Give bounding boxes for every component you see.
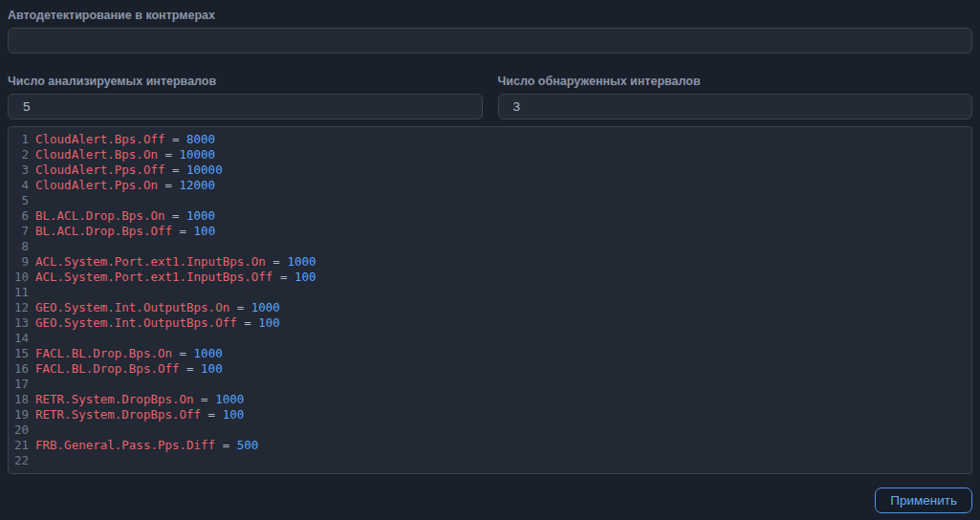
code-text: RETR.System.DropBps.On = 1000 [35,392,244,407]
editor-line: 3CloudAlert.Pps.Off = 10000 [9,162,971,178]
line-number: 8 [9,239,35,254]
analyzed-intervals-field: Число анализируемых интервалов [8,74,483,119]
countermeasure-settings-panel: Автодетектирование в контрмерах Число ан… [0,0,980,520]
detected-intervals-input[interactable] [498,94,973,119]
editor-line: 22 [9,453,971,468]
editor-line: 15FACL.BL.Drop.Bps.On = 1000 [9,346,971,361]
line-number: 4 [9,178,35,193]
line-number: 17 [9,377,35,392]
editor-line: 16FACL.BL.Drop.Bps.Off = 100 [9,361,971,377]
editor-line: 10ACL.System.Port.ext1.InputBps.Off = 10… [9,270,971,285]
editor-line: 6BL.ACL.Drop.Bps.On = 1000 [9,208,971,224]
code-text: CloudAlert.Bps.On = 10000 [35,147,215,162]
line-number: 9 [9,254,35,270]
line-number: 19 [9,407,35,422]
code-text: CloudAlert.Pps.Off = 10000 [35,162,223,178]
editor-line: 20 [9,422,971,438]
line-number: 12 [9,300,35,315]
detected-intervals-field: Число обнаруженных интервалов [498,74,973,119]
code-editor[interactable]: 1CloudAlert.Bps.Off = 80002CloudAlert.Bp… [8,126,972,474]
line-number: 1 [9,132,35,147]
code-text: BL.ACL.Drop.Bps.Off = 100 [35,224,215,239]
editor-line: 19RETR.System.DropBps.Off = 100 [9,407,971,422]
editor-line: 8 [9,239,971,254]
code-text: CloudAlert.Pps.On = 12000 [35,178,215,193]
line-number: 16 [9,361,35,377]
line-number: 21 [9,438,35,453]
line-number: 10 [9,270,35,285]
detected-intervals-label: Число обнаруженных интервалов [498,75,973,88]
code-text: FRB.General.Pass.Pps.Diff = 500 [35,438,258,453]
line-number: 22 [9,453,35,468]
editor-line: 2CloudAlert.Bps.On = 10000 [9,147,971,162]
code-text: FACL.BL.Drop.Bps.Off = 100 [35,361,223,377]
line-number: 6 [9,208,35,224]
code-text: CloudAlert.Bps.Off = 8000 [35,132,215,147]
intervals-row: Число анализируемых интервалов Число обн… [8,74,972,119]
analyzed-intervals-input[interactable] [8,94,483,119]
editor-line: 11 [9,285,971,300]
editor-line: 9ACL.System.Port.ext1.InputBps.On = 1000 [9,254,971,270]
code-text: ACL.System.Port.ext1.InputBps.On = 1000 [35,254,316,270]
line-number: 5 [9,193,35,208]
editor-line: 12GEO.System.Int.OutputBps.On = 1000 [9,300,971,315]
editor-line: 7BL.ACL.Drop.Bps.Off = 100 [9,224,971,239]
code-text: ACL.System.Port.ext1.InputBps.Off = 100 [35,270,316,285]
autodetect-input[interactable] [8,28,972,54]
autodetect-field: Автодетектирование в контрмерах [8,9,972,54]
line-number: 7 [9,224,35,239]
editor-line: 4CloudAlert.Pps.On = 12000 [9,178,971,193]
line-number: 11 [9,285,35,300]
editor-line: 5 [9,193,971,208]
editor-line: 1CloudAlert.Bps.Off = 8000 [9,132,971,147]
editor-line: 14 [9,331,971,346]
autodetect-label: Автодетектирование в контрмерах [8,9,972,22]
footer: Применить [8,488,972,513]
apply-button[interactable]: Применить [875,488,972,513]
code-text: GEO.System.Int.OutputBps.Off = 100 [35,315,280,331]
line-number: 3 [9,162,35,178]
code-text: FACL.BL.Drop.Bps.On = 1000 [35,346,223,361]
editor-line: 13GEO.System.Int.OutputBps.Off = 100 [9,315,971,331]
line-number: 18 [9,392,35,407]
line-number: 13 [9,315,35,331]
code-text: BL.ACL.Drop.Bps.On = 1000 [35,208,215,224]
code-text: GEO.System.Int.OutputBps.On = 1000 [35,300,280,315]
line-number: 2 [9,147,35,162]
analyzed-intervals-label: Число анализируемых интервалов [8,75,483,88]
line-number: 15 [9,346,35,361]
line-number: 14 [9,331,35,346]
line-number: 20 [9,422,35,438]
editor-line: 17 [9,377,971,392]
code-text: RETR.System.DropBps.Off = 100 [35,407,244,422]
editor-line: 21FRB.General.Pass.Pps.Diff = 500 [9,438,971,453]
editor-line: 18RETR.System.DropBps.On = 1000 [9,392,971,407]
